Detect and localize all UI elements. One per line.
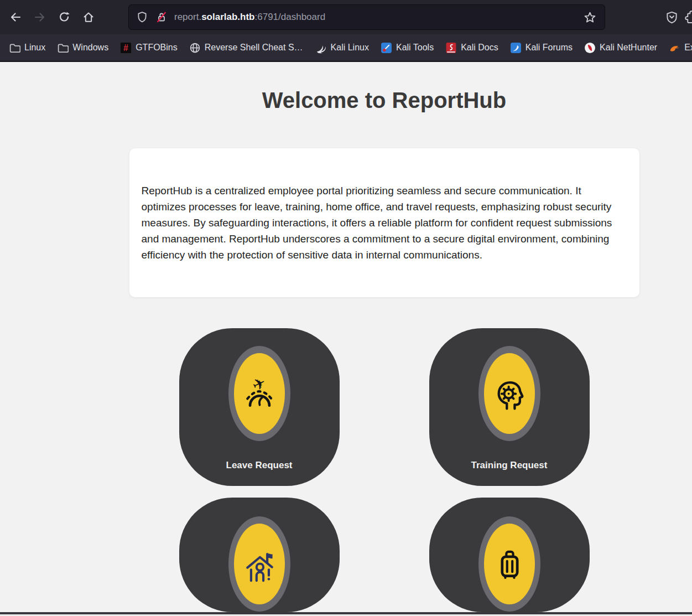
bookmark-label: Windows [72, 43, 108, 53]
home-office-icon [241, 546, 278, 582]
url-suffix: :6791/dashboard [255, 12, 326, 22]
bookmarks-toolbar: Linux Windows # GTFOBins Reverse Shell C… [0, 34, 692, 62]
bookmark-kali-forums[interactable]: Kali Forums [506, 40, 577, 56]
card-label: Leave Request [179, 460, 340, 471]
bookmark-label: Kali Forums [525, 43, 573, 53]
navigation-toolbar: report.solarlab.htb:6791/dashboard [0, 0, 692, 34]
icon-ring: ✈ [228, 346, 290, 441]
url-prefix: report. [174, 12, 201, 22]
bookmark-windows[interactable]: Windows [53, 40, 113, 56]
kali-nethunter-icon [584, 42, 596, 54]
icon-badge [484, 524, 535, 604]
reload-button[interactable] [54, 7, 74, 27]
browser-window: report.solarlab.htb:6791/dashboard Linux [0, 0, 692, 616]
shield-chevron-icon [665, 11, 679, 24]
bookmark-label: Kali Tools [396, 43, 434, 53]
folder-icon [57, 42, 69, 54]
icon-ring [228, 516, 290, 612]
bookmark-label: Linux [24, 43, 45, 53]
bookmark-label: Kali Linux [331, 43, 369, 53]
kali-tools-icon [381, 42, 392, 54]
page-title: Welcome to ReportHub [0, 62, 692, 113]
bookmark-label: Kali Docs [461, 43, 498, 53]
request-cards-grid: ✈ Leave Request [179, 328, 590, 612]
extensions-button[interactable] [681, 7, 692, 27]
forward-button[interactable] [30, 7, 50, 27]
card-home-office-request[interactable] [179, 498, 340, 612]
kali-dragon-icon [315, 42, 327, 54]
icon-badge [484, 353, 535, 434]
bookmark-label: Exploit-DB [684, 43, 692, 53]
bookmark-kali-linux[interactable]: Kali Linux [310, 39, 373, 56]
bookmark-kali-docs[interactable]: Kali Docs [441, 40, 503, 56]
description-text: ReportHub is a centralized employee port… [142, 183, 622, 263]
kali-docs-icon [445, 42, 457, 54]
bookmark-star-icon[interactable] [583, 11, 597, 24]
bookmark-linux[interactable]: Linux [4, 40, 50, 56]
folder-icon [9, 42, 20, 54]
bookmark-kali-tools[interactable]: Kali Tools [376, 40, 438, 56]
svg-text:✈: ✈ [249, 375, 269, 395]
back-button[interactable] [6, 7, 25, 27]
shield-extension-button[interactable] [662, 7, 681, 27]
bookmark-label: GTFOBins [136, 43, 178, 53]
url-text[interactable]: report.solarlab.htb:6791/dashboard [174, 12, 577, 23]
insecure-lock-icon[interactable] [155, 11, 168, 24]
bookmark-gtfobins[interactable]: # GTFOBins [116, 40, 182, 56]
reload-icon [58, 11, 71, 24]
icon-badge [234, 524, 285, 604]
bookmark-exploit-db[interactable]: Exploit-DB [664, 40, 692, 56]
card-training-request[interactable]: Training Request [429, 328, 590, 486]
bookmark-label: Reverse Shell Cheat S… [205, 43, 303, 53]
bookmark-kali-nethunter[interactable]: Kali NetHunter [580, 40, 662, 56]
nav-button-group [0, 7, 98, 27]
home-icon [82, 11, 95, 24]
exploitdb-bird-icon [669, 42, 680, 54]
suitcase-icon [491, 546, 528, 582]
tracking-shield-icon[interactable] [136, 11, 149, 24]
icon-ring [478, 346, 540, 441]
extensions-puzzle-icon [684, 10, 692, 24]
url-domain: solarlab.htb [201, 12, 254, 22]
forward-icon [33, 11, 46, 24]
bookmark-label: Kali NetHunter [600, 43, 657, 53]
card-label: Training Request [429, 460, 590, 471]
back-icon [9, 11, 22, 24]
svg-text:#: # [123, 43, 128, 52]
web-page-content: Welcome to ReportHub ReportHub is a cent… [0, 62, 692, 612]
home-button[interactable] [79, 7, 98, 27]
card-travel-request[interactable] [429, 498, 590, 612]
kali-forums-icon [510, 42, 522, 54]
url-bar[interactable]: report.solarlab.htb:6791/dashboard [128, 4, 605, 30]
gtfobins-icon: # [120, 42, 132, 54]
icon-ring [478, 516, 540, 612]
card-leave-request[interactable]: ✈ Leave Request [179, 328, 340, 486]
globe-icon [189, 42, 201, 54]
icon-badge: ✈ [234, 353, 285, 434]
head-gear-icon [491, 375, 528, 412]
plane-gauge-icon: ✈ [241, 375, 278, 412]
bookmark-reverse-shell-cheatsheet[interactable]: Reverse Shell Cheat S… [185, 40, 308, 56]
description-panel: ReportHub is a centralized employee port… [129, 148, 639, 297]
